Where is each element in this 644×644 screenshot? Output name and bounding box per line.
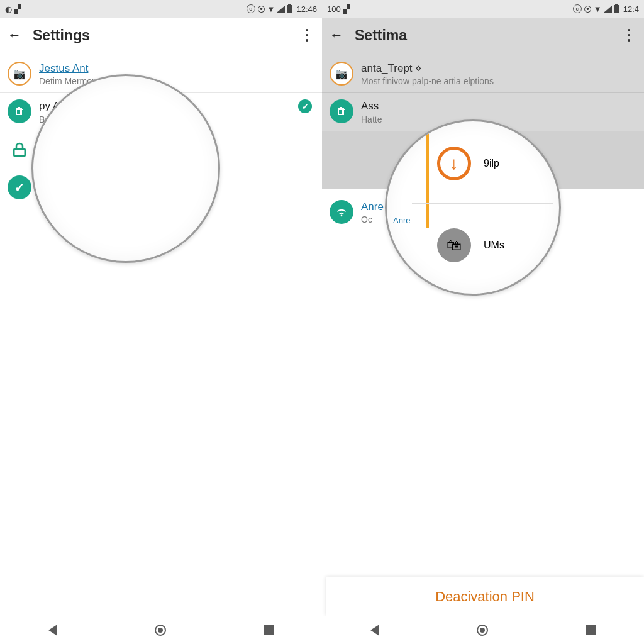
row-secondary: Detim Mermore xyxy=(39,76,312,86)
bag-icon xyxy=(437,228,471,262)
row-secondary: Most finivow palp-ne artia elptions xyxy=(361,76,634,86)
settings-row[interactable]: anta_Trept ⋄ Most finivow palp-ne artia … xyxy=(322,55,644,93)
overflow-menu-button[interactable] xyxy=(621,28,636,43)
trash-icon xyxy=(8,99,31,123)
status-clock: 12:46 xyxy=(296,4,317,14)
lock-icon xyxy=(8,138,31,162)
deactivation-pin-label: Deacivation PIN xyxy=(435,589,535,605)
magnifier-row-label: UMs xyxy=(484,240,504,251)
row-primary: anta_Trept ⋄ xyxy=(361,62,634,75)
nav-recent-button[interactable] xyxy=(264,625,274,635)
overflow-menu-button[interactable] xyxy=(299,28,314,43)
magnifier-overlay: Anre 9ilp UMs xyxy=(385,119,561,296)
status-wifi-icon: ▼ xyxy=(594,4,602,14)
magnifier-row[interactable]: 9ilp xyxy=(437,147,499,180)
magnifier-row[interactable]: UMs xyxy=(437,228,504,262)
row-primary: Jestus Ant xyxy=(39,62,312,75)
download-arrow-icon xyxy=(437,147,471,180)
nav-home-button[interactable] xyxy=(477,625,488,636)
magnifier-row-label: 9ilp xyxy=(484,158,499,169)
camera-icon xyxy=(330,62,353,86)
status-clock: 12:4 xyxy=(623,4,639,14)
status-wifi-outline-icon: ⦿ xyxy=(257,4,265,14)
app-bar: ← Settings xyxy=(0,18,322,53)
status-battery-text: 100 xyxy=(327,4,341,14)
trash-icon xyxy=(330,99,353,123)
svg-rect-0 xyxy=(14,148,25,155)
camera-icon xyxy=(8,62,31,86)
status-copyright-icon: c xyxy=(247,4,255,13)
nav-back-button[interactable] xyxy=(370,625,379,636)
status-wifi-icon: ▼ xyxy=(267,4,275,14)
status-signal-icon xyxy=(604,6,612,13)
nav-bar xyxy=(322,616,644,644)
status-app-icon: ▞ xyxy=(14,4,21,14)
dual-screenshot-container: ◐ ▞ c ⦿ ▼ 12:46 ← Settings Jestus Ant xyxy=(0,0,644,644)
status-battery-icon xyxy=(287,5,292,13)
check-circle-icon xyxy=(8,175,31,199)
settings-list: anta_Trept ⋄ Most finivow palp-ne artia … xyxy=(322,53,644,131)
status-signal-icon xyxy=(277,6,285,13)
highlight-bar xyxy=(426,121,429,228)
row-primary: Ass xyxy=(361,99,634,113)
deactivation-pin-card[interactable]: Deacivation PIN xyxy=(326,577,644,616)
magnifier-side-label: Anre xyxy=(393,216,410,225)
phone-right: 100 ▞ c ⦿ ▼ 12:4 ← Settima anta_Trept ⋄ xyxy=(322,0,644,644)
nav-recent-button[interactable] xyxy=(586,625,596,635)
phone-left: ◐ ▞ c ⦿ ▼ 12:46 ← Settings Jestus Ant xyxy=(0,0,322,644)
status-notif-icon: ◐ xyxy=(5,4,12,14)
page-title: Settings xyxy=(33,27,299,44)
status-app-icon: ▞ xyxy=(343,4,350,14)
app-bar: ← Settima xyxy=(322,18,644,53)
back-button[interactable]: ← xyxy=(8,27,25,43)
separator xyxy=(412,203,553,204)
nav-back-button[interactable] xyxy=(48,625,57,636)
nav-home-button[interactable] xyxy=(155,625,166,636)
check-badge-icon xyxy=(298,99,312,113)
status-wifi-outline-icon: ⦿ xyxy=(584,4,592,14)
status-bar: ◐ ▞ c ⦿ ▼ 12:46 xyxy=(0,0,322,18)
wifi-icon xyxy=(330,200,353,224)
page-title: Settima xyxy=(355,27,621,44)
status-bar: 100 ▞ c ⦿ ▼ 12:4 xyxy=(322,0,644,18)
status-copyright-icon: c xyxy=(573,4,582,13)
nav-bar xyxy=(0,616,322,644)
back-button[interactable]: ← xyxy=(330,27,347,43)
magnifier-overlay xyxy=(31,74,220,263)
status-battery-icon xyxy=(614,5,619,13)
